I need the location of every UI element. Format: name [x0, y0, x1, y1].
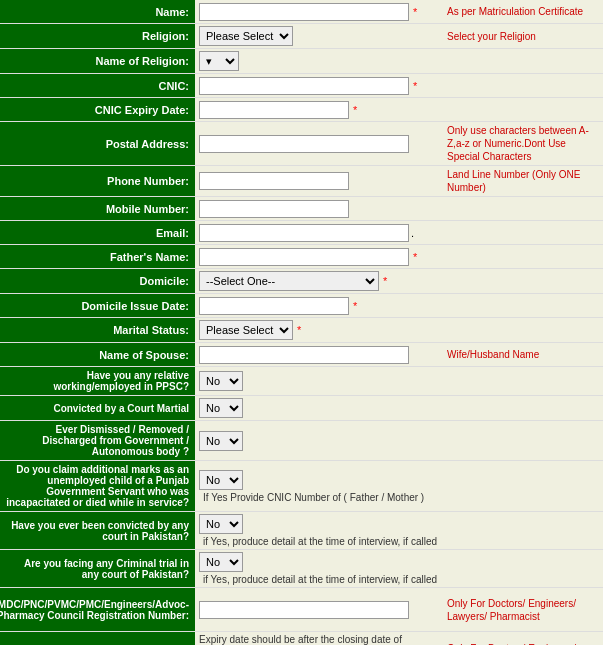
- hint-pmdc-number: Only For Doctors/ Engineers/ Lawyers/ Ph…: [443, 595, 603, 625]
- row-name-of-religion: Name of Religion: ▾: [0, 49, 603, 74]
- label-postal-address: Postal Address:: [0, 122, 195, 165]
- label-ppsc-relative: Have you any relative working/employed i…: [0, 367, 195, 395]
- input-cell-cnic: *: [195, 75, 443, 97]
- row-phone: Phone Number: Land Line Number (Only ONE…: [0, 166, 603, 197]
- input-cell-spouse: [195, 344, 443, 366]
- label-dismissed: Ever Dismissed / Removed / Discharged fr…: [0, 421, 195, 460]
- hint-fathers-name: [443, 255, 603, 259]
- criminal-trial-select[interactable]: No Yes: [199, 552, 243, 572]
- reg-expiry-text: Expiry date should be after the closing …: [199, 634, 439, 645]
- row-additional-marks: Do you claim additional marks as an unem…: [0, 461, 603, 512]
- label-name: Name:: [0, 0, 195, 23]
- hint-postal-address: Only use characters between A-Z,a-z or N…: [443, 122, 603, 165]
- domicile-issue-date-required: *: [353, 300, 357, 312]
- row-domicile-issue-date: Domicile Issue Date: *: [0, 294, 603, 318]
- input-cell-ppsc-relative: No Yes: [195, 369, 443, 393]
- additional-marks-select[interactable]: No Yes: [199, 470, 243, 490]
- input-cell-name-of-religion: ▾: [195, 49, 443, 73]
- label-cnic: CNIC:: [0, 74, 195, 97]
- input-cell-pmdc-number: [195, 599, 443, 621]
- label-fathers-name: Father's Name:: [0, 245, 195, 268]
- row-mobile: Mobile Number:: [0, 197, 603, 221]
- hint-ppsc-relative: [443, 379, 603, 383]
- email-input[interactable]: [199, 224, 409, 242]
- label-court-martial: Convicted by a Court Martial: [0, 396, 195, 420]
- mobile-input[interactable]: [199, 200, 349, 218]
- hint-domicile: [443, 279, 603, 283]
- hint-criminal-trial: [443, 567, 603, 571]
- hint-registration-expiry: Only For Doctors/ Engineers/ Lawyers/ Ph…: [443, 640, 603, 645]
- criminal-trial-hint: if Yes, produce detail at the time of in…: [203, 574, 437, 585]
- hint-court-martial: [443, 406, 603, 410]
- hint-spouse: Wife/Husband Name: [443, 346, 603, 363]
- row-court-martial: Convicted by a Court Martial No Yes: [0, 396, 603, 421]
- row-cnic: CNIC: *: [0, 74, 603, 98]
- phone-input[interactable]: [199, 172, 349, 190]
- marital-status-select[interactable]: Please Select Single Married Divorced Wi…: [199, 320, 293, 340]
- row-convicted-pakistan: Have you ever been convicted by any cour…: [0, 512, 603, 550]
- row-cnic-expiry: CNIC Expiry Date: *: [0, 98, 603, 122]
- row-name: Name: * As per Matriculation Certificate: [0, 0, 603, 24]
- hint-name-of-religion: [443, 59, 603, 63]
- dismissed-select[interactable]: No Yes: [199, 431, 243, 451]
- label-cnic-expiry: CNIC Expiry Date:: [0, 98, 195, 121]
- name-of-religion-select[interactable]: ▾: [199, 51, 239, 71]
- label-pmdc-number: PMDC/PNC/PVMC/PMC/Engineers/Advoc-Pharma…: [0, 588, 195, 631]
- label-criminal-trial: Are you facing any Criminal trial in any…: [0, 550, 195, 587]
- postal-address-input[interactable]: [199, 135, 409, 153]
- hint-mobile: [443, 207, 603, 211]
- input-cell-criminal-trial: No Yes if Yes, produce detail at the tim…: [195, 550, 443, 587]
- label-additional-marks: Do you claim additional marks as an unem…: [0, 461, 195, 511]
- pmdc-input[interactable]: [199, 601, 409, 619]
- fathers-name-required: *: [413, 251, 417, 263]
- hint-religion: Select your Religion: [443, 28, 603, 45]
- label-email: Email:: [0, 221, 195, 244]
- fathers-name-input[interactable]: [199, 248, 409, 266]
- row-dismissed: Ever Dismissed / Removed / Discharged fr…: [0, 421, 603, 461]
- row-religion: Religion: Please Select Islam Christiani…: [0, 24, 603, 49]
- label-marital-status: Marital Status:: [0, 318, 195, 342]
- row-domicile: Domicile: --Select One-- *: [0, 269, 603, 294]
- row-registration-expiry: Registration Expiry Date: Expiry date sh…: [0, 632, 603, 645]
- name-input[interactable]: [199, 3, 409, 21]
- cnic-input[interactable]: [199, 77, 409, 95]
- label-convicted-pakistan: Have you ever been convicted by any cour…: [0, 512, 195, 549]
- court-martial-select[interactable]: No Yes: [199, 398, 243, 418]
- cnic-expiry-required: *: [353, 104, 357, 116]
- label-name-of-religion: Name of Religion:: [0, 49, 195, 73]
- hint-email: [443, 231, 603, 235]
- spouse-input[interactable]: [199, 346, 409, 364]
- label-domicile: Domicile:: [0, 269, 195, 293]
- row-postal-address: Postal Address: Only use characters betw…: [0, 122, 603, 166]
- application-form: Name: * As per Matriculation Certificate…: [0, 0, 603, 645]
- hint-convicted-pakistan: [443, 529, 603, 533]
- input-cell-name: *: [195, 1, 443, 23]
- input-cell-phone: [195, 170, 443, 192]
- ppsc-relative-select[interactable]: No Yes: [199, 371, 243, 391]
- domicile-select[interactable]: --Select One--: [199, 271, 379, 291]
- input-cell-dismissed: No Yes: [195, 429, 443, 453]
- hint-additional-marks: [443, 484, 603, 488]
- input-cell-postal-address: [195, 133, 443, 155]
- input-cell-mobile: [195, 198, 443, 220]
- label-spouse: Name of Spouse:: [0, 343, 195, 366]
- row-criminal-trial: Are you facing any Criminal trial in any…: [0, 550, 603, 588]
- input-cell-cnic-expiry: *: [195, 99, 443, 121]
- convicted-pakistan-select[interactable]: No Yes: [199, 514, 243, 534]
- input-cell-domicile-issue-date: *: [195, 295, 443, 317]
- cnic-expiry-input[interactable]: [199, 101, 349, 119]
- input-cell-registration-expiry: Expiry date should be after the closing …: [195, 632, 443, 645]
- input-cell-additional-marks: No Yes If Yes Provide CNIC Number of ( F…: [195, 468, 443, 505]
- input-cell-religion: Please Select Islam Christianity Hindu O…: [195, 24, 443, 48]
- required-star: *: [413, 6, 417, 18]
- row-fathers-name: Father's Name: *: [0, 245, 603, 269]
- religion-select[interactable]: Please Select Islam Christianity Hindu O…: [199, 26, 293, 46]
- row-email: Email: .: [0, 221, 603, 245]
- hint-name: As per Matriculation Certificate: [443, 3, 603, 20]
- label-domicile-issue-date: Domicile Issue Date:: [0, 294, 195, 317]
- hint-marital-status: [443, 328, 603, 332]
- domicile-issue-date-input[interactable]: [199, 297, 349, 315]
- row-pmdc-number: PMDC/PNC/PVMC/PMC/Engineers/Advoc-Pharma…: [0, 588, 603, 632]
- hint-dismissed: [443, 439, 603, 443]
- row-marital-status: Marital Status: Please Select Single Mar…: [0, 318, 603, 343]
